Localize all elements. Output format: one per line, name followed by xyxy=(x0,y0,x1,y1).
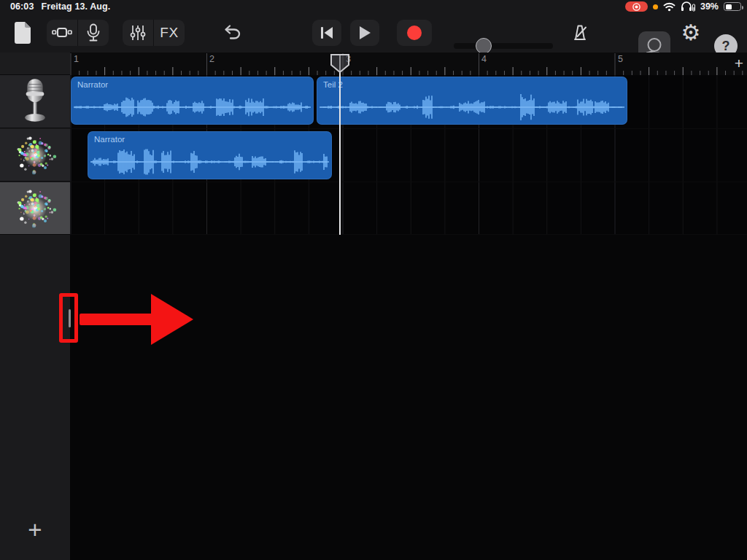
rewind-icon xyxy=(319,26,335,39)
record-button[interactable] xyxy=(397,20,432,46)
sparkle-burst-icon xyxy=(12,132,58,179)
my-songs-button[interactable] xyxy=(10,20,36,46)
ruler-ticks xyxy=(70,52,747,75)
undo-icon xyxy=(221,23,243,42)
view-mic-group xyxy=(47,20,109,46)
microphone-icon xyxy=(85,23,101,42)
microphone-active-dot xyxy=(653,4,658,9)
record-dot-icon xyxy=(632,2,641,12)
playhead-flag-icon xyxy=(330,53,350,74)
region-label: Narrator xyxy=(94,135,125,144)
garageband-app: 06:03 Freitag 13. Aug. xyxy=(0,0,747,560)
ruler-add-button[interactable]: + xyxy=(735,55,743,72)
go-to-beginning-button[interactable] xyxy=(312,20,341,46)
metronome-button[interactable] xyxy=(568,20,592,46)
track-header-sparkle-3-selected[interactable] xyxy=(0,182,70,235)
annotation-arrow-head xyxy=(151,294,193,345)
wifi-icon xyxy=(663,2,676,12)
annotation-arrow xyxy=(80,314,154,325)
playhead-line xyxy=(339,54,341,235)
undo-button[interactable] xyxy=(217,20,247,46)
timeline-track-area[interactable]: Narrator Teil 2 Narrator xyxy=(70,75,747,235)
bar-number-5: 5 xyxy=(618,54,623,64)
play-icon xyxy=(358,26,371,40)
track-controls-button[interactable] xyxy=(123,20,153,46)
mixer-fx-group: FX xyxy=(123,20,185,46)
studio-microphone-icon xyxy=(16,77,54,125)
ruler-corner xyxy=(0,52,70,75)
track-header-sparkle-2[interactable] xyxy=(0,129,70,182)
battery-percent: 39% xyxy=(700,1,719,12)
tracks-view-icon xyxy=(51,25,73,41)
bar-number-2: 2 xyxy=(209,54,214,64)
fx-label: FX xyxy=(160,25,178,41)
status-date: Freitag 13. Aug. xyxy=(41,1,110,12)
screen-recording-indicator[interactable] xyxy=(625,1,648,12)
tracks-view-button[interactable] xyxy=(47,20,77,46)
plus-icon: + xyxy=(28,516,42,544)
metronome-icon xyxy=(570,23,590,43)
waveform xyxy=(317,77,627,125)
settings-button[interactable]: ⚙ xyxy=(677,20,705,46)
annotation-highlight-rectangle xyxy=(59,293,78,343)
region-label: Narrator xyxy=(77,80,108,89)
fx-button[interactable]: FX xyxy=(154,20,185,46)
mixer-sliders-icon xyxy=(128,24,147,42)
status-bar: 06:03 Freitag 13. Aug. xyxy=(0,0,747,13)
instrument-button[interactable] xyxy=(78,20,109,46)
bar-number-4: 4 xyxy=(481,54,487,64)
sparkle-burst-icon xyxy=(12,185,58,232)
track-header-audio-recorder[interactable] xyxy=(0,75,70,128)
battery-icon xyxy=(724,2,741,11)
add-track-button[interactable]: + xyxy=(22,517,48,543)
timeline-ruler[interactable]: 1 2 3 4 5 + xyxy=(70,52,747,75)
top-chrome: 06:03 Freitag 13. Aug. xyxy=(0,0,747,52)
headphones-icon xyxy=(681,1,695,12)
toolbar: FX xyxy=(0,13,747,52)
question-mark-icon: ? xyxy=(722,39,730,54)
bar-number-1: 1 xyxy=(74,54,79,64)
volume-slider-knob[interactable] xyxy=(476,38,492,54)
audio-region-narrator-2[interactable]: Narrator xyxy=(88,131,332,179)
playhead-marker[interactable] xyxy=(330,53,350,74)
play-button[interactable] xyxy=(350,20,379,46)
record-icon xyxy=(406,25,422,41)
gear-icon: ⚙ xyxy=(681,22,701,44)
audio-region-narrator-1[interactable]: Narrator xyxy=(71,77,314,125)
document-icon xyxy=(14,21,33,44)
master-volume-slider[interactable] xyxy=(454,43,553,49)
audio-region-teil-2[interactable]: Teil 2 xyxy=(317,77,627,125)
clock: 06:03 xyxy=(10,1,34,12)
